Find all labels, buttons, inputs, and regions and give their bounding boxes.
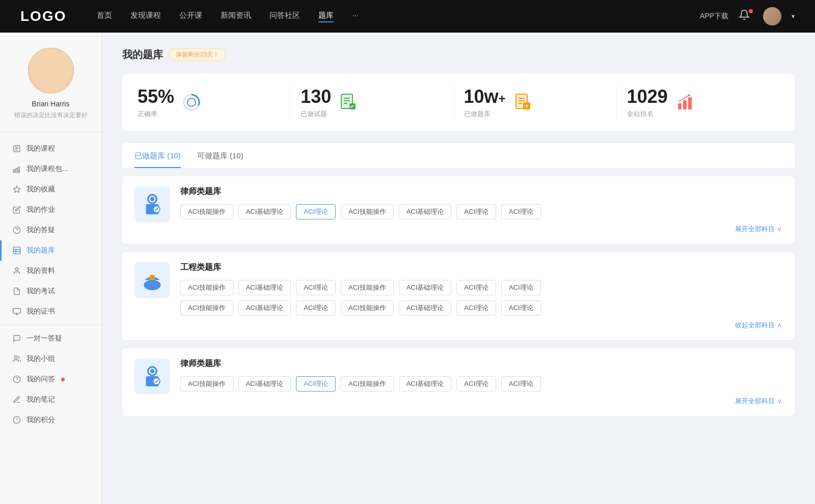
stat-rank-number: 1029 <box>627 86 668 107</box>
tab-available-banks[interactable]: 可做题库 (10) <box>197 151 243 168</box>
my-profile-label: 我的资料 <box>26 266 55 275</box>
my-exam-label: 我的考试 <box>26 287 55 296</box>
group-icon <box>12 354 21 363</box>
svg-rect-40 <box>683 100 687 109</box>
tag-2-10[interactable]: ACI技能操作 <box>341 300 394 316</box>
tag-2-1[interactable]: ACI基础理论 <box>238 280 291 295</box>
tag-3-5[interactable]: ACI理论 <box>456 376 496 391</box>
my-notes-label: 我的笔记 <box>26 395 55 404</box>
qbank-tags-1: ACI技能操作 ACI基础理论 ACI理论 ACI技能操作 ACI基础理论 AC… <box>180 204 782 219</box>
bell-icon[interactable] <box>739 9 753 23</box>
table-icon <box>12 246 21 255</box>
tag-2-4[interactable]: ACI基础理论 <box>399 280 452 295</box>
page-title: 我的题库 <box>122 48 163 62</box>
tag-2-0[interactable]: ACI技能操作 <box>180 280 233 295</box>
sidebar-item-my-profile[interactable]: 我的资料 <box>0 261 101 281</box>
nav-home[interactable]: 首页 <box>97 11 112 22</box>
sidebar-item-one-on-one[interactable]: 一对一答疑 <box>0 328 101 349</box>
sidebar-item-my-exam[interactable]: 我的考试 <box>0 281 101 301</box>
nav-more[interactable]: ··· <box>352 11 359 22</box>
tag-2-2[interactable]: ACI理论 <box>296 280 336 295</box>
stat-done-banks-label: 已做题库 <box>464 109 506 119</box>
bell-notification-dot <box>749 9 753 13</box>
qbank-icon-lawyer-2 <box>134 358 170 394</box>
stat-done-banks-number: 10w+ <box>464 86 506 107</box>
qbank-body-3: 律师类题库 ACI技能操作 ACI基础理论 ACI理论 ACI技能操作 ACI基… <box>180 358 782 406</box>
qbank-tags-3: ACI技能操作 ACI基础理论 ACI理论 ACI技能操作 ACI基础理论 AC… <box>180 376 782 391</box>
tag-2-3[interactable]: ACI技能操作 <box>341 280 394 295</box>
qbank-section-lawyer-1: 律师类题库 ACI技能操作 ACI基础理论 ACI理论 ACI技能操作 ACI基… <box>122 176 795 244</box>
sidebar-item-my-courses[interactable]: 我的课程 <box>0 138 101 159</box>
svg-rect-39 <box>678 103 682 109</box>
qbank-icon-engineer <box>134 262 170 298</box>
stat-rank: 1029 全站排名 <box>617 86 779 119</box>
sidebar-item-course-packages[interactable]: 我的课程包... <box>0 159 101 179</box>
nav-discover[interactable]: 发现课程 <box>130 11 161 22</box>
sidebar-item-my-qbank[interactable]: 我的题库 <box>0 240 101 261</box>
avatar-image <box>763 7 781 25</box>
sidebar-item-my-cert[interactable]: 我的证书 <box>0 301 101 322</box>
sidebar-separator-1 <box>0 325 101 325</box>
tag-3-1[interactable]: ACI基础理论 <box>238 376 291 391</box>
avatar-dropdown-arrow[interactable]: ▾ <box>792 13 795 20</box>
qbank-expand-3[interactable]: 展开全部科目 ∨ <box>180 397 782 406</box>
main-content: 我的题库 体验剩余23天！ 55% 正确率 <box>102 33 815 504</box>
avatar-face <box>28 48 74 94</box>
nav-qbank[interactable]: 题库 <box>318 11 334 22</box>
tag-2-12[interactable]: ACI理论 <box>456 300 496 316</box>
my-courses-label: 我的课程 <box>26 144 55 153</box>
document-icon <box>12 144 21 153</box>
sidebar-item-my-questions[interactable]: 我的答疑 <box>0 220 101 240</box>
sidebar-username: Brian Harris <box>10 100 91 108</box>
qbank-body-1: 律师类题库 ACI技能操作 ACI基础理论 ACI理论 ACI技能操作 ACI基… <box>180 186 782 234</box>
tab-done-banks[interactable]: 已做题库 (10) <box>134 151 181 168</box>
tag-2-6[interactable]: ACI理论 <box>501 280 541 295</box>
tag-1-1[interactable]: ACI基础理论 <box>238 204 291 219</box>
nav-open-course[interactable]: 公开课 <box>179 11 202 22</box>
tag-3-0[interactable]: ACI技能操作 <box>180 376 233 391</box>
tag-2-8[interactable]: ACI基础理论 <box>238 300 291 316</box>
nav-qa[interactable]: 问答社区 <box>269 11 300 22</box>
stat-accuracy: 55% 正确率 <box>138 86 290 119</box>
sidebar-item-my-group[interactable]: 我的小组 <box>0 349 101 369</box>
tag-1-5[interactable]: ACI理论 <box>456 204 496 219</box>
stat-done-questions-number: 130 <box>301 86 331 107</box>
sidebar-item-my-answers[interactable]: 我的问答 <box>0 369 101 389</box>
navbar-right: APP下载 ▾ <box>700 7 795 25</box>
qbank-collapse-2[interactable]: 收起全部科目 ∧ <box>180 321 782 330</box>
tag-2-5[interactable]: ACI理论 <box>456 280 496 295</box>
svg-rect-6 <box>18 167 20 173</box>
my-qbank-label: 我的题库 <box>26 246 55 255</box>
sidebar-item-favorites[interactable]: 我的收藏 <box>0 179 101 200</box>
avatar[interactable] <box>763 7 781 25</box>
svg-point-42 <box>688 94 690 96</box>
sidebar-item-my-points[interactable]: 我的积分 <box>0 410 101 430</box>
tag-1-6[interactable]: ACI理论 <box>501 204 541 219</box>
sidebar-item-homework[interactable]: 我的作业 <box>0 200 101 220</box>
svg-point-14 <box>15 268 18 270</box>
svg-rect-10 <box>13 247 20 254</box>
tag-3-2[interactable]: ACI理论 <box>296 376 336 391</box>
accuracy-icon <box>181 92 202 113</box>
qbank-expand-1[interactable]: 展开全部科目 ∨ <box>180 225 782 234</box>
question-icon <box>12 226 21 235</box>
svg-marker-7 <box>13 186 20 192</box>
tag-1-2[interactable]: ACI理论 <box>296 204 336 219</box>
tag-2-7[interactable]: ACI技能操作 <box>180 300 233 316</box>
tag-1-0[interactable]: ACI技能操作 <box>180 204 233 219</box>
tag-2-9[interactable]: ACI理论 <box>296 300 336 316</box>
tag-2-13[interactable]: ACI理论 <box>501 300 541 316</box>
tag-1-3[interactable]: ACI技能操作 <box>341 204 394 219</box>
qbank-title-2: 工程类题库 <box>180 262 782 273</box>
tag-2-11[interactable]: ACI基础理论 <box>399 300 452 316</box>
tag-3-3[interactable]: ACI技能操作 <box>341 376 394 391</box>
tag-1-4[interactable]: ACI基础理论 <box>399 204 452 219</box>
tag-3-4[interactable]: ACI基础理论 <box>399 376 452 391</box>
svg-rect-49 <box>149 279 155 286</box>
tag-3-6[interactable]: ACI理论 <box>501 376 541 391</box>
rank-icon <box>675 92 695 113</box>
app-download-button[interactable]: APP下载 <box>700 12 728 21</box>
sidebar-item-my-notes[interactable]: 我的笔记 <box>0 389 101 410</box>
svg-point-51 <box>151 276 154 279</box>
nav-news[interactable]: 新闻资讯 <box>221 11 251 22</box>
